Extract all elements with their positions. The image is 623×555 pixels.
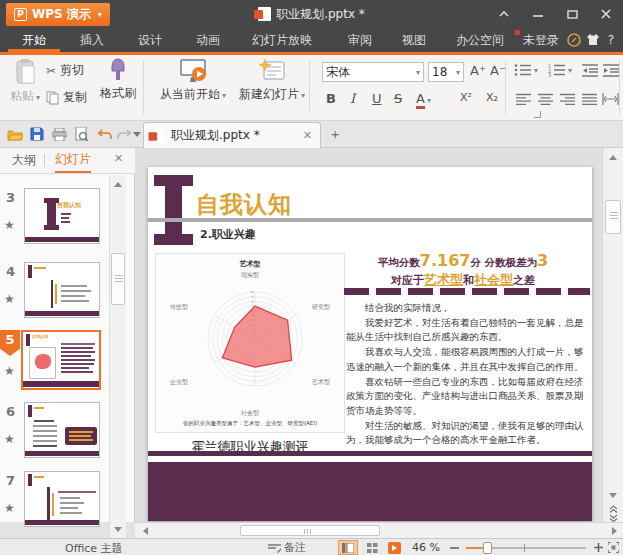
superscript-button[interactable]: X² — [460, 91, 472, 104]
decrease-indent-button[interactable] — [582, 63, 598, 80]
print-preview-button[interactable] — [72, 125, 90, 143]
next-slide-icon[interactable] — [605, 513, 621, 522]
transition-star-icon[interactable]: ★ — [4, 364, 15, 378]
scroll-up-icon[interactable] — [110, 177, 126, 192]
tab-office-space[interactable]: 办公空间 — [444, 28, 516, 52]
underline-button[interactable]: U — [372, 91, 382, 106]
tab-review[interactable]: 审阅 — [336, 28, 384, 52]
transition-star-icon[interactable]: ★ — [4, 501, 15, 515]
tab-design[interactable]: 设计 — [124, 28, 176, 52]
font-color-button[interactable]: A▾ — [416, 91, 431, 106]
slideshow-button[interactable] — [386, 540, 402, 555]
new-slide-button[interactable]: 新建幻灯片▾ — [236, 58, 308, 103]
scroll-right-icon[interactable] — [606, 524, 622, 537]
align-left-button[interactable] — [516, 93, 531, 108]
subscript-button[interactable]: X₂ — [486, 91, 498, 104]
zoom-out-icon[interactable] — [448, 540, 460, 555]
zoom-slider-handle[interactable] — [483, 542, 492, 554]
scroll-left-icon[interactable] — [137, 524, 153, 537]
zoom-percentage[interactable]: 46 % — [412, 540, 440, 555]
theme-name[interactable]: Office 主题 — [65, 541, 123, 555]
radar-chart-object[interactable]: 艺术型 现实型 研究型 艺术型 社会型 企业型 传统型 012345678910… — [155, 253, 345, 433]
copy-button[interactable]: 复制 — [46, 89, 87, 106]
scrollbar-thumb[interactable] — [111, 253, 125, 305]
slide-sorter-button[interactable] — [362, 540, 382, 555]
increase-indent-button[interactable] — [603, 63, 619, 80]
horizontal-scrollbar[interactable] — [135, 522, 623, 538]
cut-button[interactable]: ✂ 剪切 — [46, 62, 84, 79]
scrollbar-thumb[interactable] — [240, 525, 380, 536]
slide-canvas[interactable]: 自我认知 2.职业兴趣 艺术型 现实型 研究型 艺术型 社会型 企业型 传统型 … — [148, 167, 592, 521]
notes-icon[interactable] — [266, 540, 282, 555]
document-tab-active[interactable]: 职业规划.pptx * ✕ — [143, 122, 321, 148]
shrink-font-button[interactable]: A⁻ — [490, 63, 506, 78]
scroll-up-icon[interactable] — [605, 150, 621, 165]
font-name-select[interactable]: 宋体▾ — [322, 62, 424, 82]
tab-outline[interactable]: 大纲 — [12, 148, 36, 173]
collapse-ribbon-button[interactable] — [491, 4, 517, 24]
tab-animation[interactable]: 动画 — [182, 28, 234, 52]
minimize-button[interactable] — [525, 4, 551, 24]
scrollbar-thumb[interactable] — [605, 200, 621, 234]
close-document-icon[interactable]: ✕ — [303, 129, 312, 142]
slide-editor-area[interactable]: 自我认知 2.职业兴趣 艺术型 现实型 研究型 艺术型 社会型 企业型 传统型 … — [136, 148, 601, 522]
close-window-button[interactable] — [593, 4, 619, 24]
align-right-button[interactable] — [560, 93, 575, 108]
maximize-button[interactable] — [559, 4, 585, 24]
mini-title: 自我认知 — [32, 334, 48, 339]
close-panel-icon[interactable]: ✕ — [114, 152, 123, 165]
print-button[interactable] — [50, 125, 68, 143]
justify-button[interactable] — [582, 93, 597, 108]
new-document-tab-button[interactable]: ＋ — [328, 126, 342, 144]
thumbnail-scrollbar[interactable] — [109, 175, 126, 538]
tab-view[interactable]: 视图 — [390, 28, 438, 52]
redo-button[interactable] — [114, 125, 132, 143]
fit-to-window-icon[interactable] — [606, 540, 620, 555]
body-textbox[interactable]: 结合我的实际情况， 我爱好艺术，对生活有着自己独特的一套见解，总是能从生活中找到… — [346, 301, 592, 448]
tab-slideshow[interactable]: 幻灯片放映 — [240, 28, 324, 52]
slide-thumbnail-6[interactable] — [24, 402, 100, 458]
notes-toggle[interactable]: 备注 — [284, 540, 306, 555]
save-button[interactable] — [28, 125, 46, 143]
transition-star-icon[interactable]: ★ — [4, 218, 15, 232]
normal-view-button[interactable] — [338, 540, 358, 555]
tab-slides[interactable]: 幻灯片 — [55, 148, 91, 173]
quick-access-more-icon[interactable] — [131, 125, 143, 143]
skin-icon[interactable] — [586, 33, 600, 49]
slide-thumbnail-5[interactable]: 自我认知 — [21, 330, 101, 390]
align-center-button[interactable] — [538, 93, 553, 108]
font-size-select[interactable]: 18▾ — [428, 62, 464, 82]
stats-textbox[interactable]: 平均分数7.167分 分数极差为3 对应于艺术型和社会型之差 — [336, 251, 590, 289]
login-button[interactable]: 未登录 — [518, 28, 564, 52]
bullet-list-button[interactable]: ▾ — [514, 63, 538, 77]
undo-button[interactable] — [96, 125, 114, 143]
strikethrough-button[interactable]: S — [394, 91, 402, 106]
italic-button[interactable]: I — [350, 91, 355, 106]
tab-insert[interactable]: 插入 — [66, 28, 118, 52]
scroll-down-icon[interactable] — [110, 522, 126, 537]
play-from-current-button[interactable]: 从当前开始▾ — [152, 58, 234, 103]
dialog-launcher-icon[interactable] — [534, 111, 541, 118]
open-file-button[interactable] — [6, 125, 24, 143]
feedback-icon[interactable] — [567, 33, 581, 50]
slide-subtitle[interactable]: 2.职业兴趣 — [200, 227, 256, 242]
scroll-down-icon[interactable] — [605, 488, 621, 503]
slide-thumbnail-3[interactable]: 自我认知 — [24, 188, 100, 244]
slide-thumbnail-7[interactable] — [24, 471, 100, 527]
zoom-in-icon[interactable] — [592, 540, 604, 555]
previous-slide-icon[interactable] — [605, 504, 621, 513]
help-icon[interactable]: ? — [603, 28, 619, 52]
paste-button[interactable]: 粘贴▾ — [10, 59, 40, 105]
vertical-scrollbar[interactable] — [602, 148, 623, 522]
grow-font-button[interactable]: A⁺ — [470, 63, 486, 78]
bold-button[interactable]: B — [326, 91, 336, 106]
transition-star-icon[interactable]: ★ — [4, 432, 15, 446]
chevron-down-icon: ▾ — [456, 68, 460, 77]
tab-home[interactable]: 开始 — [8, 28, 60, 52]
numbered-list-button[interactable]: 123▾ — [548, 63, 572, 77]
slide-thumbnail-4[interactable] — [24, 262, 100, 318]
transition-star-icon[interactable]: ★ — [4, 292, 15, 306]
slide-title[interactable]: 自我认知 — [196, 189, 292, 220]
distribute-text-button[interactable] — [602, 93, 619, 108]
format-painter-button[interactable]: 格式刷 — [96, 57, 140, 102]
